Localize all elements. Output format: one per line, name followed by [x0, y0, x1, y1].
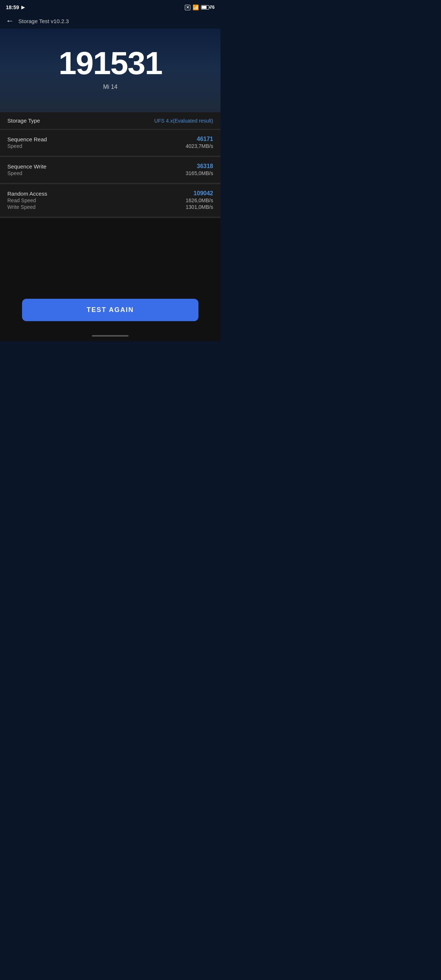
storage-type-row: Storage Type UFS 4.x(Evaluated result) — [0, 112, 220, 130]
random-access-row: Random Access 109042 Read Speed 1626,0MB… — [0, 184, 220, 217]
sequence-read-speed-value: 4023,7MB/s — [185, 143, 213, 149]
storage-type-label: Storage Type — [7, 118, 40, 124]
storage-type-value: UFS 4.x(Evaluated result) — [154, 118, 213, 124]
x-notification-icon: ✕ — [185, 5, 190, 10]
status-bar: 18:59 ▶ ✕ 📶 76 — [0, 0, 220, 13]
battery-percent: 76 — [210, 5, 215, 10]
sequence-read-value: 46171 — [197, 136, 214, 142]
bottom-section: TEST AGAIN — [0, 291, 220, 332]
results-section: Storage Type UFS 4.x(Evaluated result) S… — [0, 112, 220, 218]
back-button[interactable]: ← — [6, 16, 14, 26]
sequence-read-label: Sequence Read — [7, 136, 47, 142]
device-name: Mi 14 — [103, 84, 117, 90]
nav-title: Storage Test v10.2.3 — [18, 18, 69, 24]
write-speed-value: 1301,0MB/s — [185, 204, 213, 210]
sequence-write-speed-value: 3165,0MB/s — [185, 170, 213, 176]
home-indicator-area — [0, 332, 220, 341]
benchmark-score: 191531 — [58, 47, 162, 79]
battery-indicator: 76 — [201, 5, 215, 10]
random-write-line: Write Speed 1301,0MB/s — [7, 204, 213, 210]
sequence-write-value: 36318 — [197, 163, 214, 170]
status-right: ✕ 📶 76 — [185, 5, 215, 10]
sequence-read-sub-line: Speed 4023,7MB/s — [7, 143, 213, 149]
sequence-write-label: Sequence Write — [7, 163, 46, 170]
sequence-read-speed-label: Speed — [7, 143, 22, 149]
top-navigation: ← Storage Test v10.2.3 — [0, 13, 220, 29]
battery-body — [201, 5, 209, 10]
battery-fill — [202, 6, 207, 9]
status-left: 18:59 ▶ — [6, 5, 25, 10]
write-speed-label: Write Speed — [7, 204, 36, 210]
navigation-icon: ▶ — [21, 5, 25, 10]
test-again-button[interactable]: TEST AGAIN — [22, 299, 198, 321]
hero-section: 191531 Mi 14 — [0, 29, 220, 112]
sequence-write-row: Sequence Write 36318 Speed 3165,0MB/s — [0, 157, 220, 183]
read-speed-label: Read Speed — [7, 197, 36, 203]
random-access-label: Random Access — [7, 191, 47, 197]
home-indicator-bar — [92, 335, 129, 337]
random-access-main-line: Random Access 109042 — [7, 190, 213, 197]
time-display: 18:59 — [6, 5, 19, 10]
read-speed-value: 1626,0MB/s — [185, 197, 213, 203]
sequence-read-main-line: Sequence Read 46171 — [7, 136, 213, 142]
wifi-icon: 📶 — [193, 5, 199, 10]
sequence-write-main-line: Sequence Write 36318 — [7, 163, 213, 170]
random-access-value: 109042 — [194, 190, 213, 197]
content-spacer — [0, 218, 220, 291]
sequence-write-sub-line: Speed 3165,0MB/s — [7, 170, 213, 176]
sequence-read-row: Sequence Read 46171 Speed 4023,7MB/s — [0, 130, 220, 156]
random-read-line: Read Speed 1626,0MB/s — [7, 197, 213, 203]
sequence-write-speed-label: Speed — [7, 170, 22, 176]
